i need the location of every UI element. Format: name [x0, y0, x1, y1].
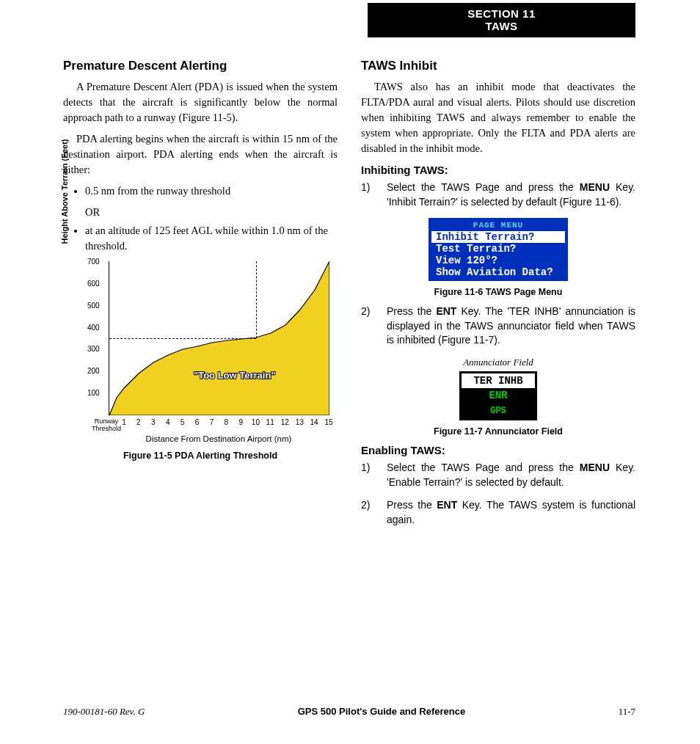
right-column: TAWS Inhibit TAWS also has an inhibit mo… — [361, 59, 635, 536]
page-footer: 190-00181-60 Rev. G GPS 500 Pilot's Guid… — [63, 706, 635, 718]
inhibit-step-2: 2) Press the ENT Key. The 'TER INHB' ann… — [361, 304, 635, 348]
bullet-2: at an altitude of 125 feet AGL while wit… — [85, 223, 338, 254]
heading-enabling: Enabling TAWS: — [361, 444, 635, 456]
pda-para-2: PDA alerting begins when the aircraft is… — [63, 131, 338, 178]
inhibit-steps: 1) Select the TAWS Page and press the ME… — [361, 180, 635, 209]
dashed-line-h — [109, 338, 256, 339]
annun-ter-inhb: TER INHB — [462, 373, 535, 388]
section-number: SECTION 11 — [368, 7, 635, 20]
annunciator-box: TER INHB ENR GPS — [459, 371, 537, 420]
enable-steps: 1) Select the TAWS Page and press the ME… — [361, 461, 635, 527]
inhibit-para: TAWS also has an inhibit mode that deact… — [361, 79, 635, 156]
annunciator-label: Annunciator Field — [361, 357, 635, 368]
chart-xlabel: Distance From Destination Airport (nm) — [109, 434, 329, 443]
dashed-line-v — [256, 261, 257, 338]
chart-annotation: "Too Low Terrain" "Too Low Terrain" — [194, 370, 276, 381]
bullet-list-2: at an altitude of 125 feet AGL while wit… — [85, 223, 338, 254]
figure-11-7-caption: Figure 11-7 Annunciator Field — [361, 426, 635, 437]
heading-inhibiting: Inhibiting TAWS: — [361, 164, 635, 176]
annun-enr: ENR — [462, 388, 535, 403]
bullet-list: 0.5 nm from the runway threshold — [85, 183, 338, 199]
enable-step-2: 2) Press the ENT Key. The TAWS system is… — [361, 498, 635, 527]
bullet-1: 0.5 nm from the runway threshold — [85, 183, 338, 199]
section-header: SECTION 11 TAWS — [368, 3, 635, 37]
chart-ylabel: Height Above Terrain (Feet) — [60, 118, 69, 265]
figure-11-5-caption: Figure 11-5 PDA Alerting Threshold — [63, 451, 338, 461]
inhibit-step-1: 1) Select the TAWS Page and press the ME… — [361, 180, 635, 209]
figure-11-7-annunciator: Annunciator Field TER INHB ENR GPS — [361, 357, 635, 420]
pda-para-1: A Premature Descent Alert (PDA) is issue… — [63, 79, 338, 125]
menu-item-view: View 120°? — [431, 255, 565, 266]
or-text: OR — [85, 206, 338, 219]
footer-doc-id: 190-00181-60 Rev. G — [63, 706, 145, 718]
section-title: TAWS — [368, 20, 635, 32]
annun-gps: GPS — [462, 403, 535, 418]
menu-title: PAGE MENU — [431, 221, 565, 231]
left-column: Premature Descent Alerting A Premature D… — [63, 59, 338, 536]
chart-origin-label: RunwayThreshold — [90, 418, 123, 433]
figure-11-6-menu: PAGE MENU Inhibit Terrain? Test Terrain?… — [429, 218, 568, 281]
footer-page-num: 11-7 — [619, 706, 635, 718]
menu-item-test: Test Terrain? — [431, 243, 565, 255]
enable-step-1: 1) Select the TAWS Page and press the ME… — [361, 461, 635, 489]
footer-title: GPS 500 Pilot's Guide and Reference — [298, 706, 466, 718]
figure-11-6-caption: Figure 11-6 TAWS Page Menu — [361, 287, 635, 297]
heading-inhibit: TAWS Inhibit — [361, 59, 635, 73]
heading-pda: Premature Descent Alerting — [63, 59, 338, 73]
menu-item-inhibit: Inhibit Terrain? — [431, 231, 565, 243]
inhibit-steps-2: 2) Press the ENT Key. The 'TER INHB' ann… — [361, 304, 635, 348]
chart-plot-area: 700 600 500 400 300 200 100 1 2 3 4 5 6 … — [109, 261, 329, 415]
pda-chart: Height Above Terrain (Feet) 700 600 500 … — [63, 261, 338, 461]
menu-item-aviation: Show Aviation Data? — [431, 266, 565, 278]
page-content: Premature Descent Alerting A Premature D… — [63, 59, 635, 536]
